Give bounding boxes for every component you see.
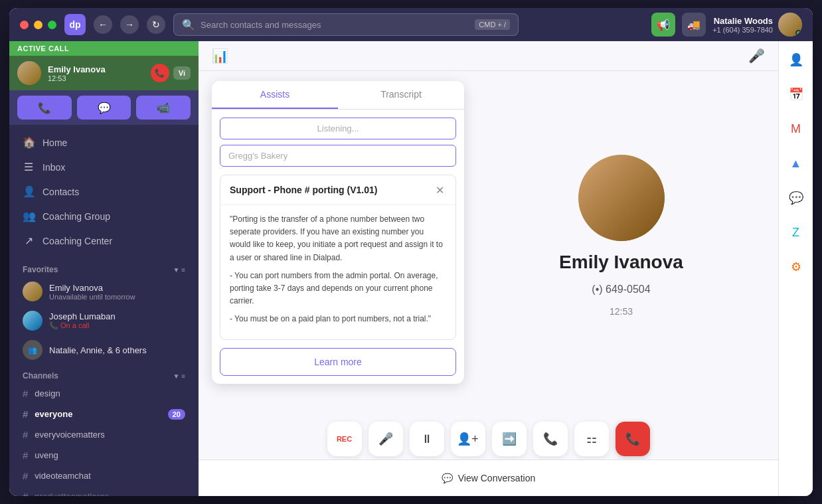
coaching-group-icon: 👥	[23, 210, 35, 222]
contact-area: Emily Ivanova (•) 649-0504 12:53	[464, 74, 778, 396]
person-icon[interactable]: 👤	[784, 48, 808, 72]
call-message-button[interactable]: 💬	[77, 96, 131, 120]
contact-phone-large: (•) 649-0504	[592, 284, 650, 295]
nav-coaching-group[interactable]: 👥 Coaching Group	[9, 204, 199, 228]
zendesk-icon[interactable]: Z	[784, 220, 808, 244]
hold-button[interactable]: ⏸	[410, 422, 444, 456]
nav-contacts[interactable]: 👤 Contacts	[9, 179, 199, 204]
truck-button[interactable]: 🚚	[682, 13, 706, 37]
phone-options-button[interactable]: 📞	[533, 422, 568, 456]
channel-everyone[interactable]: # everyone 20	[9, 404, 199, 424]
channels-toggle[interactable]: ▼ ≡	[173, 373, 185, 380]
end-call-button[interactable]: 📞	[151, 64, 169, 82]
favorites-header: Favorites ▼ ≡	[9, 258, 199, 277]
view-conversation-label: View Conversation	[458, 473, 535, 483]
home-icon: 🏠	[23, 136, 35, 149]
search-bar: 🔍 CMD + /	[173, 13, 519, 36]
mic-icon-top[interactable]: 🎤	[748, 48, 765, 64]
call-actions-bar: 📞 💬 📹	[9, 90, 199, 125]
info-popup-body: "Porting is the transfer of a phone numb…	[220, 205, 455, 339]
contact-avatar-large	[578, 155, 665, 241]
window-controls	[20, 21, 56, 29]
listening-bar: Listening...	[220, 118, 456, 139]
fav-info-emily: Emily Ivanova Unavailable until tomorrow	[49, 283, 185, 301]
nav-home[interactable]: 🏠 Home	[9, 130, 199, 155]
popup-close-button[interactable]: ✕	[433, 183, 446, 197]
gmail-icon[interactable]: M	[784, 117, 808, 141]
channels-label: Channels	[23, 371, 58, 380]
contact-name-large: Emily Ivanova	[559, 252, 683, 273]
back-button[interactable]: ←	[94, 15, 112, 34]
assists-tabs: Assists Transcript	[212, 81, 464, 110]
megaphone-button[interactable]: 📢	[651, 13, 675, 37]
vi-button[interactable]: Vi	[173, 66, 191, 80]
hash-icon: #	[23, 408, 28, 420]
conversation-icon: 💬	[442, 473, 453, 483]
channel-everyvoicematters-label: everyvoicematters	[35, 430, 104, 440]
tab-assists[interactable]: Assists	[212, 81, 338, 109]
favorites-toggle[interactable]: ▼ ≡	[173, 266, 185, 274]
nav-home-label: Home	[42, 137, 67, 148]
minimize-button[interactable]	[34, 21, 42, 29]
channel-everyvoicematters[interactable]: # everyvoicematters	[9, 424, 199, 445]
nav-coaching-center[interactable]: ↗ Coaching Center	[9, 228, 199, 253]
caller-name: Emily Ivanova	[48, 64, 144, 74]
drive-icon[interactable]: ▲	[784, 151, 808, 175]
forward-button[interactable]: →	[120, 15, 139, 34]
avatar[interactable]	[778, 13, 802, 37]
channel-videoteamchat-label: videoteamchat	[35, 471, 91, 481]
info-popup: Support - Phone # porting (V1.01) ✕ "Por…	[220, 175, 456, 340]
fav-name-emily: Emily Ivanova	[49, 283, 185, 293]
channel-productteam[interactable]: # productteamatlarge	[9, 486, 199, 496]
assists-card: Assists Transcript Listening... Gregg's …	[212, 81, 464, 384]
keypad-button[interactable]: ⚏	[574, 422, 609, 456]
hash-icon: #	[23, 470, 28, 481]
icon-rail: 👤 📅 M ▲ 💬 Z ⚙	[778, 41, 813, 496]
inbox-icon: ☰	[23, 161, 35, 173]
nav-inbox[interactable]: ☰ Inbox	[9, 155, 199, 179]
channel-uveng[interactable]: # uveng	[9, 445, 199, 465]
channels-header: Channels ▼ ≡	[9, 365, 199, 383]
popup-body-3: - You must be on a paid plan to port num…	[230, 313, 446, 325]
fav-info-group: Natalie, Annie, & 6 others	[49, 345, 185, 355]
chat-icon[interactable]: 💬	[784, 186, 808, 210]
learn-more-button[interactable]: Learn more	[220, 348, 456, 376]
main-area: Active Call Emily Ivanova 12:53 📞 Vi 📞 💬…	[9, 41, 813, 496]
close-button[interactable]	[20, 21, 29, 29]
popup-body-1: "Porting is the transfer of a phone numb…	[230, 213, 446, 264]
mute-button[interactable]: 🎤	[369, 422, 403, 456]
channel-videoteamchat[interactable]: # videoteamchat	[9, 465, 199, 486]
tab-transcript[interactable]: Transcript	[338, 81, 464, 109]
on-call-dot: 📞	[49, 321, 60, 329]
online-indicator	[795, 30, 801, 36]
end-call-main-button[interactable]: 📞	[616, 422, 650, 456]
add-participant-button[interactable]: 👤+	[451, 422, 485, 456]
transfer-button[interactable]: ➡️	[492, 422, 527, 456]
channel-everyone-badge: 20	[168, 409, 185, 420]
user-phone: +1 (604) 359-7840	[712, 26, 773, 34]
search-input[interactable]	[201, 20, 469, 30]
call-phone-button[interactable]: 📞	[17, 96, 72, 120]
call-duration: 12:53	[48, 74, 144, 82]
fav-emily[interactable]: Emily Ivanova Unavailable until tomorrow	[9, 277, 199, 306]
fav-avatar-joseph	[23, 311, 42, 331]
channel-design[interactable]: # design	[9, 383, 199, 404]
channel-everyone-label: everyone	[35, 409, 72, 419]
search-in-card[interactable]: Gregg's Bakery	[220, 145, 456, 167]
hubspot-icon[interactable]: ⚙	[784, 255, 808, 279]
titlebar-right: 📢 🚚 Natalie Woods +1 (604) 359-7840	[651, 13, 802, 37]
fav-group[interactable]: 👥 Natalie, Annie, & 6 others	[9, 335, 199, 365]
active-call-label: Active Call	[17, 44, 191, 52]
call-video-button[interactable]: 📹	[136, 96, 191, 120]
fav-name-group: Natalie, Annie, & 6 others	[49, 345, 185, 355]
maximize-button[interactable]	[48, 21, 56, 29]
fav-name-joseph: Joseph Lumaban	[49, 311, 185, 321]
user-name: Natalie Woods	[712, 16, 773, 26]
fav-joseph[interactable]: Joseph Lumaban 📞 On a call	[9, 306, 199, 335]
calendar-icon[interactable]: 📅	[784, 82, 808, 106]
active-call-banner: Active Call	[9, 41, 199, 56]
view-conversation-bar[interactable]: 💬 View Conversation	[199, 460, 778, 496]
refresh-button[interactable]: ↻	[147, 15, 165, 34]
active-call-row: Emily Ivanova 12:53 📞 Vi	[9, 56, 199, 90]
record-button[interactable]: REC	[327, 422, 362, 456]
